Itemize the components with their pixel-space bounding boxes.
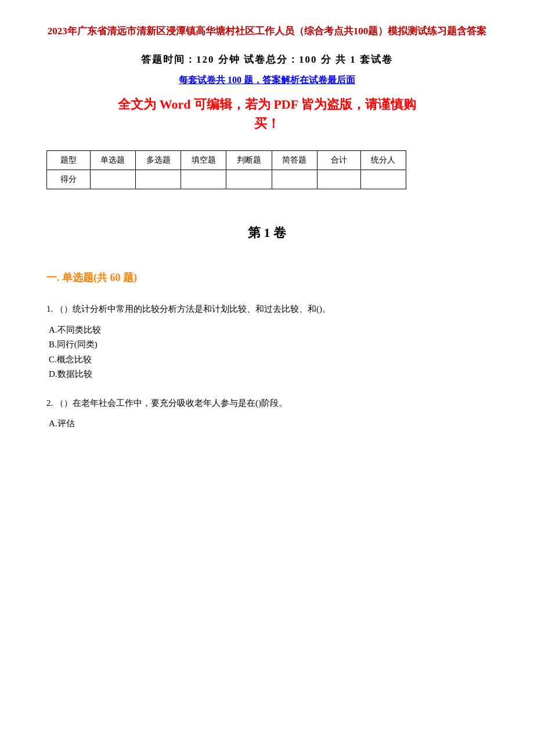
exam-warning: 全文为 Word 可编辑，若为 PDF 皆为盗版，请谨慎购 买！ <box>46 95 488 133</box>
col-short: 简答题 <box>272 151 317 170</box>
exam-subtitle: 每套试卷共 100 题，答案解析在试卷最后面 <box>46 74 488 87</box>
page-header: 2023年广东省清远市清新区浸潭镇高华塘村社区工作人员（综合考点共100题）模拟… <box>46 23 488 133</box>
col-total: 合计 <box>317 151 361 170</box>
question-2-body: （）在老年社会工作中，要充分吸收老年人参与是在()阶段。 <box>55 398 287 408</box>
page-container: 2023年广东省清远市清新区浸潭镇高华塘村社区工作人员（综合考点共100题）模拟… <box>46 23 488 431</box>
score-short <box>272 170 317 189</box>
col-type: 题型 <box>47 151 91 170</box>
score-total <box>317 170 361 189</box>
question-2: 2. （）在老年社会工作中，要充分吸收老年人参与是在()阶段。 A.评估 <box>46 396 488 431</box>
score-table: 题型 单选题 多选题 填空题 判断题 简答题 合计 统分人 得分 <box>46 150 406 189</box>
exam-info: 答题时间：120 分钟 试卷总分：100 分 共 1 套试卷 <box>46 53 488 66</box>
question-1-option-d: D.数据比较 <box>49 367 488 382</box>
score-table-data-row: 得分 <box>47 170 406 189</box>
question-2-text: 2. （）在老年社会工作中，要充分吸收老年人参与是在()阶段。 <box>46 396 488 411</box>
page-title: 2023年广东省清远市清新区浸潭镇高华塘村社区工作人员（综合考点共100题）模拟… <box>46 23 488 39</box>
question-2-number: 2. <box>46 398 53 408</box>
warning-line1: 全文为 Word 可编辑，若为 PDF 皆为盗版，请谨慎购 <box>118 97 416 111</box>
col-fill: 填空题 <box>181 151 226 170</box>
col-judge: 判断题 <box>226 151 272 170</box>
score-table-header-row: 题型 单选题 多选题 填空题 判断题 简答题 合计 统分人 <box>47 151 406 170</box>
score-judge <box>226 170 272 189</box>
score-fill <box>181 170 226 189</box>
score-scorer <box>360 170 406 189</box>
warning-line2: 买！ <box>254 116 280 131</box>
question-1-text: 1. （）统计分析中常用的比较分析方法是和计划比较、和过去比较、和()。 <box>46 302 488 317</box>
row-score-label: 得分 <box>47 170 91 189</box>
score-single <box>90 170 135 189</box>
question-1-body: （）统计分析中常用的比较分析方法是和计划比较、和过去比较、和()。 <box>55 304 331 314</box>
question-1-option-b: B.同行(同类) <box>49 337 488 352</box>
section-heading: 一. 单选题(共 60 题) <box>46 271 488 285</box>
question-2-option-a: A.评估 <box>49 416 488 431</box>
question-1-option-c: C.概念比较 <box>49 352 488 368</box>
question-1: 1. （）统计分析中常用的比较分析方法是和计划比较、和过去比较、和()。 A.不… <box>46 302 488 382</box>
col-scorer: 统分人 <box>360 151 406 170</box>
question-1-number: 1. <box>46 304 53 314</box>
volume-label: 第 1 卷 <box>46 224 488 242</box>
question-1-option-a: A.不同类比较 <box>49 323 488 338</box>
score-multi <box>135 170 181 189</box>
col-single: 单选题 <box>90 151 135 170</box>
score-table-container: 题型 单选题 多选题 填空题 判断题 简答题 合计 统分人 得分 <box>46 150 488 189</box>
col-multi: 多选题 <box>135 151 181 170</box>
